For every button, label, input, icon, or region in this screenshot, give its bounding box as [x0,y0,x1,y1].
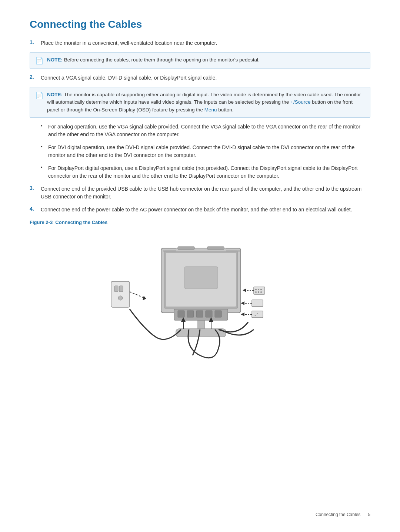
svg-rect-21 [178,311,184,317]
svg-rect-2 [119,286,123,292]
svg-rect-0 [111,281,130,307]
footer-page-number: 5 [368,512,370,517]
step-3-text: Connect one end of the provided USB cabl… [41,185,370,201]
svg-rect-25 [215,311,221,317]
svg-point-42 [260,289,262,290]
step-4: 4. Connect one end of the power cable to… [30,206,370,214]
note-2-box: 📄 NOTE: The monitor is capable of suppor… [30,87,370,118]
step-3-number: 3. [30,185,37,191]
svg-point-43 [255,291,257,293]
svg-marker-39 [243,288,246,292]
step-1-text: Place the monitor in a convenient, well-… [41,39,370,47]
svg-marker-32 [241,301,244,305]
figure-label: Figure 2-3 Connecting the Cables [30,220,370,225]
svg-point-45 [260,291,262,293]
note-2-content: NOTE: The monitor is capable of supporti… [47,91,365,114]
footer: Connecting the Cables 5 [316,512,370,517]
svg-line-4 [130,292,144,298]
svg-marker-5 [143,296,146,300]
step-2-text: Connect a VGA signal cable, DVI-D signal… [41,74,370,82]
note-1-box: 📄 NOTE: Before connecting the cables, ro… [30,52,370,69]
svg-marker-35 [241,312,244,316]
monitor-diagram: ⇌ [104,230,296,370]
svg-point-40 [255,289,257,290]
step-1: 1. Place the monitor in a convenient, we… [30,39,370,47]
step-4-number: 4. [30,206,37,212]
footer-section-name: Connecting the Cables [316,512,360,517]
step-3: 3. Connect one end of the provided USB c… [30,185,370,201]
bullet-list: For analog operation, use the VGA signal… [41,123,370,180]
menu-link[interactable]: Menu [204,107,217,113]
step-1-number: 1. [30,39,37,45]
svg-rect-10 [178,247,194,250]
svg-rect-30 [252,300,263,307]
svg-rect-23 [196,311,203,317]
note-1-icon: 📄 [35,57,43,65]
bullet-item-1: For analog operation, use the VGA signal… [41,123,370,138]
step-2: 2. Connect a VGA signal cable, DVI-D sig… [30,74,370,82]
svg-rect-37 [254,287,265,294]
svg-point-44 [258,291,259,293]
note-2-label: NOTE: [47,92,63,97]
svg-rect-11 [207,247,224,250]
note-1-content: NOTE: Before connecting the cables, rout… [47,56,365,64]
page-title: Connecting the Cables [30,19,370,30]
note-1-text: Before connecting the cables, route them… [64,57,260,63]
svg-rect-24 [206,311,212,317]
svg-rect-9 [184,267,218,289]
svg-rect-1 [114,286,118,292]
svg-point-41 [258,289,259,290]
note-2-text-after: button. [217,107,234,113]
svg-rect-22 [187,311,194,317]
figure-container: ⇌ [30,230,370,370]
step-2-number: 2. [30,74,37,80]
bullet-item-3: For DisplayPort digital operation, use a… [41,164,370,180]
source-link[interactable]: +/Source [290,99,310,105]
bullet-item-2: For DVI digital operation, use the DVI-D… [41,144,370,159]
step-4-text: Connect one end of the power cable to th… [41,206,370,214]
svg-point-3 [118,296,123,300]
note-1-label: NOTE: [47,57,63,63]
svg-text:⇌: ⇌ [254,311,259,317]
note-2-icon: 📄 [35,91,43,100]
